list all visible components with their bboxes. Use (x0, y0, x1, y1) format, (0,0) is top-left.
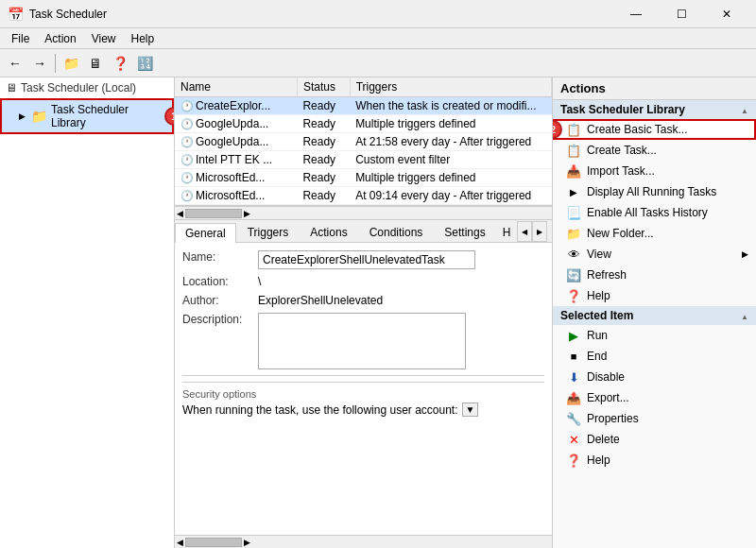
right-scroll-btn[interactable]: ▶ (244, 209, 250, 218)
detail-scroll-right[interactable]: ▶ (244, 538, 250, 547)
table-row[interactable]: 🕐CreateExplor... Ready When the task is … (175, 97, 552, 115)
action-create-task[interactable]: 📋 Create Task... (553, 140, 756, 161)
task-trigger-cell: At 09:14 every day - After triggered (350, 187, 551, 205)
hscroll-thumb[interactable] (185, 209, 242, 218)
view-icon: 👁 (566, 247, 581, 262)
action-import-task[interactable]: 📥 Import Task... (553, 161, 756, 181)
tab-conditions[interactable]: Conditions (359, 222, 434, 242)
action-delete[interactable]: ✕ Delete (553, 429, 756, 450)
detail-hscroll-thumb[interactable] (185, 538, 242, 547)
action-enable-history[interactable]: 📃 Enable All Tasks History (553, 202, 756, 223)
detail-hscroll[interactable]: ◀ ▶ (175, 535, 552, 548)
task-status-cell: Ready (297, 187, 350, 205)
security-heading: Security options (182, 382, 544, 400)
minimize-button[interactable]: — (614, 0, 658, 28)
end-icon: ■ (566, 349, 581, 364)
table-row[interactable]: 🕐GoogleUpda... Ready At 21:58 every day … (175, 133, 552, 151)
table-hscroll[interactable]: ◀ ▶ (175, 206, 552, 219)
actions-section-selected[interactable]: Selected Item (553, 306, 756, 325)
table-row[interactable]: 🕐MicrosoftEd... Ready At 09:14 every day… (175, 187, 552, 205)
action-display-running[interactable]: ▶ Display All Running Tasks (553, 181, 756, 202)
col-status[interactable]: Status (297, 77, 350, 97)
action-run[interactable]: ▶ Run (553, 325, 756, 346)
menu-help[interactable]: Help (124, 30, 163, 47)
action-help-selected[interactable]: ❓ Help (553, 450, 756, 471)
action-export[interactable]: 📤 Export... (553, 387, 756, 408)
properties-icon: 🔧 (566, 411, 581, 426)
toolbar-folder[interactable]: 📁 (60, 52, 82, 75)
toolbar: ← → 📁 🖥 ❓ 🔢 (0, 49, 756, 77)
refresh-text: Refresh (587, 268, 627, 282)
tab-triggers[interactable]: Triggers (237, 222, 300, 242)
detail-content: Name: Location: \ Author: ExplorerShellU… (175, 243, 552, 535)
action-end[interactable]: ■ End (553, 346, 756, 367)
security-dropdown-btn[interactable]: ▼ (462, 402, 479, 417)
tree-item-library[interactable]: ▶ 📁 Task Scheduler Library (0, 98, 174, 134)
refresh-icon: 🔄 (566, 267, 581, 283)
local-label: Task Scheduler (Local) (21, 81, 136, 94)
tab-next-btn[interactable]: ▶ (532, 221, 547, 242)
tab-settings[interactable]: Settings (434, 222, 495, 242)
section-library-collapse (741, 103, 748, 116)
toolbar-back[interactable]: ← (4, 52, 26, 75)
run-text: Run (587, 329, 608, 342)
col-name[interactable]: Name (175, 77, 297, 97)
detail-location-value: \ (258, 275, 544, 288)
action-create-basic-task[interactable]: 📋 Create Basic Task... (553, 119, 756, 140)
tree-item-local[interactable]: 🖥 Task Scheduler (Local) (0, 77, 174, 98)
detail-author-value: ExplorerShellUnelevated (258, 294, 544, 307)
task-name-cell: 🕐GoogleUpda... (175, 133, 297, 151)
detail-name-input[interactable] (258, 250, 475, 269)
close-button[interactable]: ✕ (705, 0, 748, 28)
action-properties[interactable]: 🔧 Properties (553, 408, 756, 429)
actions-section-library[interactable]: Task Scheduler Library (553, 100, 756, 119)
detail-scroll-left[interactable]: ◀ (177, 538, 183, 547)
tab-actions[interactable]: Actions (300, 222, 357, 242)
tab-prev-btn[interactable]: ◀ (517, 221, 532, 242)
import-task-icon: 📥 (566, 163, 581, 179)
menu-file[interactable]: File (4, 30, 37, 47)
title-bar-text: Task Scheduler (29, 8, 614, 21)
left-panel: 🖥 Task Scheduler (Local) ▶ 📁 Task Schedu… (0, 77, 175, 548)
tab-general[interactable]: General (175, 223, 236, 243)
toolbar-list[interactable]: 🔢 (133, 52, 156, 75)
tab-h[interactable]: H (497, 222, 517, 242)
help-selected-icon: ❓ (566, 453, 581, 468)
section-selected-label: Selected Item (560, 309, 633, 322)
maximize-button[interactable]: ☐ (660, 0, 703, 28)
actions-header: Actions (553, 77, 756, 100)
detail-description-textarea[interactable] (258, 313, 466, 369)
detail-name-label: Name: (182, 250, 258, 264)
menu-action[interactable]: Action (37, 30, 83, 47)
col-triggers[interactable]: Triggers (350, 77, 551, 97)
tasks-table: Name Status Triggers 🕐CreateExplor... Re… (175, 77, 552, 205)
toolbar-help-small[interactable]: ❓ (109, 52, 131, 75)
task-status-cell: Ready (297, 115, 350, 133)
create-basic-task-icon: 📋 (566, 122, 581, 137)
library-label: Task Scheduler Library (51, 103, 166, 129)
properties-text: Properties (587, 412, 639, 425)
task-name-cell: 🕐Intel PTT EK ... (175, 151, 297, 169)
table-row[interactable]: 🕐MicrosoftEd... Ready Multiple triggers … (175, 169, 552, 187)
detail-panel: General Triggers Actions Conditions Sett… (175, 219, 552, 548)
disable-icon: ⬇ (566, 369, 581, 385)
action-view[interactable]: 👁 View ▶ (553, 244, 756, 265)
display-running-icon: ▶ (566, 184, 581, 199)
title-bar-icon: 📅 (8, 7, 24, 22)
task-name-cell: 🕐GoogleUpda... (175, 115, 297, 133)
task-name-cell: 🕐CreateExplor... (175, 97, 297, 115)
toolbar-computer[interactable]: 🖥 (84, 52, 107, 75)
toolbar-forward[interactable]: → (28, 52, 51, 75)
action-help-library[interactable]: ❓ Help (553, 285, 756, 306)
table-row[interactable]: 🕐Intel PTT EK ... Ready Custom event fil… (175, 151, 552, 169)
menu-view[interactable]: View (84, 30, 124, 47)
delete-text: Delete (587, 433, 620, 446)
enable-history-icon: 📃 (566, 205, 581, 220)
action-disable[interactable]: ⬇ Disable (553, 367, 756, 387)
action-new-folder[interactable]: 📁 New Folder... (553, 223, 756, 244)
left-scroll-btn[interactable]: ◀ (177, 209, 183, 218)
action-refresh[interactable]: 🔄 Refresh (553, 265, 756, 285)
help-selected-text: Help (587, 454, 610, 467)
table-row[interactable]: 🕐GoogleUpda... Ready Multiple triggers d… (175, 115, 552, 133)
tabs-row: General Triggers Actions Conditions Sett… (175, 220, 552, 243)
